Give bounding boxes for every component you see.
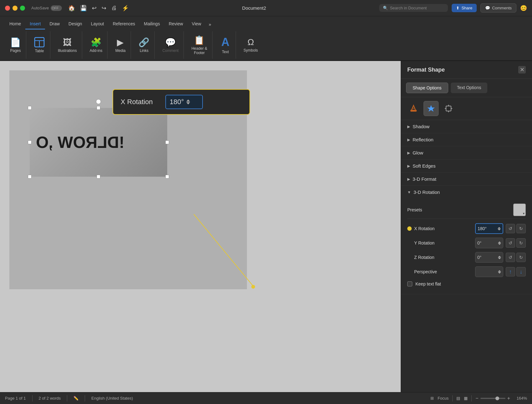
perspective-up-btn[interactable]: ↑ [506,267,515,276]
statusbar-right: ⊞ Focus ▤ ▦ − + 164% [430,395,527,401]
rotate-handle[interactable] [96,99,101,104]
tab-design[interactable]: Design [64,19,87,29]
x-rotation-up[interactable] [498,227,501,229]
size-pos-icon-btn[interactable] [441,101,456,116]
home-icon[interactable]: 🏠 [68,5,75,12]
tooltip-spinner[interactable] [186,99,190,104]
y-rotation-actions: ↺ ↻ [506,238,526,248]
panel-close-button[interactable]: ✕ [518,66,526,73]
slider-thumb[interactable] [495,396,499,400]
addins-button[interactable]: 🧩 Add-ins [87,36,105,54]
maximize-button[interactable] [20,6,25,11]
fill-line-icon-btn[interactable] [406,101,421,116]
effects-icon-btn[interactable] [424,101,439,116]
layout-icon-1[interactable]: ▤ [456,396,460,401]
zoom-plus[interactable]: + [507,396,510,401]
resize-handle-bot-right[interactable] [165,175,169,179]
tab-text-options[interactable]: Text Options [451,83,488,93]
save-icon[interactable]: 💾 [80,5,87,12]
y-rotate-right-icon[interactable]: ↻ [516,238,526,248]
tab-draw[interactable]: Draw [45,19,64,29]
perspective-up[interactable] [498,270,501,272]
z-rotate-clockwise-icon[interactable]: ↻ [516,253,526,262]
y-rotation-input[interactable]: 0° [475,238,503,248]
links-button[interactable]: 🔗 Links [136,36,152,54]
y-rotation-up[interactable] [498,241,501,243]
canvas-area: !DLROW ,O X Rotation 180° [0,61,401,392]
x-rotate-right-icon[interactable]: ↻ [516,224,526,233]
tooltip-up-arrow[interactable] [186,99,190,102]
tab-references[interactable]: References [108,19,140,29]
symbols-button[interactable]: Ω Symbols [241,36,260,54]
redo-icon[interactable]: ↪ [102,5,106,12]
x-rotation-input[interactable]: 180° [475,223,503,234]
print-icon[interactable]: 🖨 [111,5,117,12]
svg-marker-6 [427,105,435,112]
soft-edges-section[interactable]: ▶ Soft Edges [401,159,532,173]
perspective-spinner[interactable] [498,270,501,274]
illustrations-button[interactable]: 🖼 Illustrations [55,36,79,54]
y-rotate-left-icon[interactable]: ↺ [506,238,515,248]
tab-shape-options[interactable]: Shape Options [406,83,448,93]
y-rotation-down[interactable] [498,243,501,245]
resize-handle-top-left[interactable] [28,106,32,110]
search-bar[interactable]: 🔍 Search in Document [379,4,448,12]
shadow-section[interactable]: ▶ Shadow [401,120,532,133]
z-rotation-up[interactable] [498,256,501,257]
x-rotation-down[interactable] [498,229,501,230]
comments-button[interactable]: 💬 Comments [480,3,516,13]
tab-mailings[interactable]: Mailings [139,19,164,29]
minimize-button[interactable] [13,6,18,11]
comment-button[interactable]: 💬 Comment [160,36,181,54]
table-button[interactable]: Table [31,35,48,54]
header-footer-button[interactable]: 📋 Header &Footer [189,34,210,56]
perspective-down-btn[interactable]: ↓ [516,267,526,276]
focus-label[interactable]: Focus [438,396,449,401]
undo-icon[interactable]: ↩ [92,5,97,12]
shape-container[interactable]: !DLROW ,O [30,108,167,177]
3d-format-section[interactable]: ▶ 3-D Format [401,173,532,186]
perspective-down[interactable] [498,272,501,274]
ribbon-more[interactable]: » [206,19,214,29]
slider-track[interactable] [480,398,505,399]
3d-rotation-header[interactable]: ▼ 3-D Rotation [401,186,532,199]
tab-insert[interactable]: Insert [25,19,45,29]
tab-view[interactable]: View [188,19,206,29]
x-rotation-spinner[interactable] [498,227,501,230]
perspective-input[interactable] [475,266,503,277]
table-label: Table [35,49,44,53]
layout-icon-2[interactable]: ▦ [464,396,468,401]
resize-handle-mid-right[interactable] [165,140,169,144]
focus-icon[interactable]: ⊞ [430,396,434,401]
tooltip-down-arrow[interactable] [186,102,190,104]
tab-home[interactable]: Home [5,19,25,29]
x-rotate-left-icon[interactable]: ↺ [506,224,515,233]
media-button[interactable]: ▶ Media [113,36,128,54]
glow-section[interactable]: ▶ Glow [401,146,532,159]
resize-handle-mid-left[interactable] [28,140,32,144]
keep-text-checkbox[interactable] [407,281,412,286]
zoom-minus[interactable]: − [475,396,478,401]
proofing-icon[interactable]: ✏️ [73,396,78,401]
share-button[interactable]: ⬆ Share [452,4,477,12]
pages-button[interactable]: 📄 Pages [8,36,23,54]
autosave-toggle[interactable]: OFF [51,5,62,11]
tab-layout[interactable]: Layout [87,19,108,29]
emoji-icon[interactable]: 😊 [520,5,527,12]
y-rotation-spinner[interactable] [498,241,501,245]
tab-review[interactable]: Review [164,19,188,29]
resize-handle-bot-left[interactable] [28,175,32,179]
text-button[interactable]: A Text [218,34,233,55]
resize-handle-bot-mid[interactable] [97,175,100,179]
y-rotation-row: Y Rotation 0° ↺ ↻ [407,236,526,250]
close-button[interactable] [5,6,10,11]
z-rotation-down[interactable] [498,258,501,259]
quick-access-icon[interactable]: ⚡ [122,5,129,12]
zoom-slider[interactable]: − + [475,396,510,401]
presets-swatch[interactable] [513,204,526,216]
z-rotate-counterclockwise-icon[interactable]: ↺ [506,253,515,262]
z-rotation-input[interactable]: 0° [475,252,503,263]
z-rotation-spinner[interactable] [498,256,501,259]
reflection-section[interactable]: ▶ Reflection [401,133,532,146]
resize-handle-top-mid[interactable] [97,106,100,110]
